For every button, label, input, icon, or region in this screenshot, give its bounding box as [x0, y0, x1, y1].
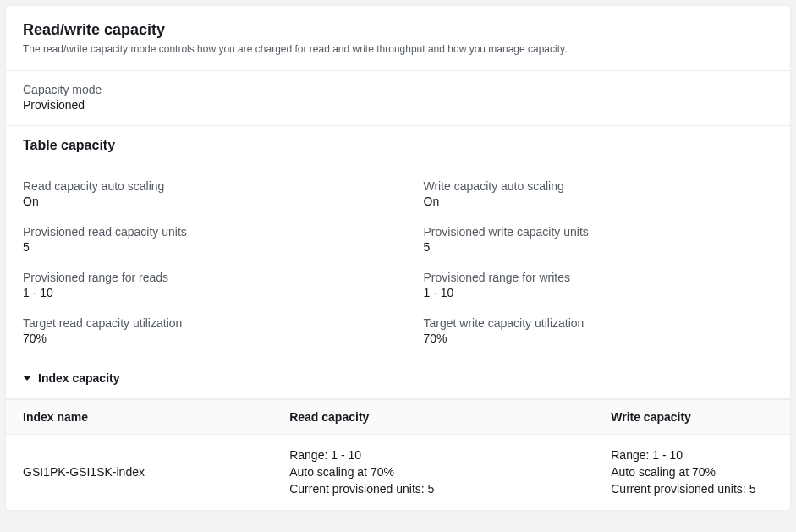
table-header-row: Index name Read capacity Write capacity	[6, 399, 790, 434]
write-range-field: Provisioned range for writes 1 - 10	[424, 271, 774, 299]
panel-title: Read/write capacity	[23, 21, 773, 39]
write-provisioned-units-value: 5	[424, 240, 774, 254]
write-range-value: 1 - 10	[424, 286, 774, 299]
read-provisioned-units-field: Provisioned read capacity units 5	[23, 225, 373, 254]
read-target-util-label: Target read capacity utilization	[23, 316, 373, 330]
cell-write-capacity: Range: 1 - 10 Auto scaling at 70% Curren…	[594, 434, 790, 509]
col-header-read-capacity: Read capacity	[272, 399, 594, 434]
read-target-util-value: 70%	[23, 332, 373, 345]
read-provisioned-units-value: 5	[23, 240, 373, 254]
write-provisioned-units-label: Provisioned write capacity units	[424, 225, 774, 239]
read-auto-scaling: Auto scaling at 70%	[289, 463, 577, 480]
write-auto-scaling-value: On	[424, 195, 774, 208]
capacity-mode-field: Capacity mode Provisioned	[23, 83, 773, 112]
table-capacity-header-section: Table capacity	[6, 126, 790, 167]
read-target-util-field: Target read capacity utilization 70%	[23, 316, 373, 345]
write-auto-scaling-label: Write capacity auto scaling	[424, 179, 774, 193]
read-provisioned-units-label: Provisioned read capacity units	[23, 225, 373, 239]
write-auto-scaling-field: Write capacity auto scaling On	[424, 179, 774, 208]
capacity-mode-label: Capacity mode	[23, 83, 773, 96]
write-target-util-value: 70%	[424, 332, 774, 345]
read-range-value: 1 - 10	[23, 286, 373, 299]
index-capacity-title: Index capacity	[38, 371, 120, 385]
capacity-mode-section: Capacity mode Provisioned	[6, 71, 790, 126]
write-range-label: Provisioned range for writes	[424, 271, 774, 284]
write-target-util-label: Target write capacity utilization	[424, 316, 774, 330]
write-auto-scaling: Auto scaling at 70%	[611, 463, 773, 480]
panel-description: The read/write capacity mode controls ho…	[23, 42, 773, 57]
read-auto-scaling-label: Read capacity auto scaling	[23, 179, 373, 193]
index-capacity-header-section: Index capacity	[6, 359, 790, 399]
read-current: Current provisioned units: 5	[289, 480, 577, 497]
write-range: Range: 1 - 10	[611, 447, 773, 463]
read-range-label: Provisioned range for reads	[23, 271, 373, 284]
write-provisioned-units-field: Provisioned write capacity units 5	[424, 225, 774, 254]
read-auto-scaling-value: On	[23, 195, 373, 208]
read-write-capacity-panel: Read/write capacity The read/write capac…	[5, 5, 791, 511]
read-range: Range: 1 - 10	[289, 447, 577, 463]
cell-index-name: GSI1PK-GSI1SK-index	[6, 434, 272, 509]
cell-read-capacity: Range: 1 - 10 Auto scaling at 70% Curren…	[272, 434, 594, 509]
read-range-field: Provisioned range for reads 1 - 10	[23, 271, 373, 299]
index-capacity-table: Index name Read capacity Write capacity …	[6, 399, 790, 510]
panel-header: Read/write capacity The read/write capac…	[6, 6, 790, 71]
capacity-mode-value: Provisioned	[23, 98, 773, 112]
table-row: GSI1PK-GSI1SK-index Range: 1 - 10 Auto s…	[6, 434, 790, 509]
col-header-write-capacity: Write capacity	[594, 399, 790, 434]
table-capacity-section: Read capacity auto scaling On Write capa…	[6, 167, 790, 359]
chevron-down-icon	[23, 376, 31, 381]
index-capacity-toggle[interactable]: Index capacity	[23, 371, 773, 385]
read-auto-scaling-field: Read capacity auto scaling On	[23, 179, 373, 208]
table-capacity-title: Table capacity	[23, 138, 773, 153]
write-current: Current provisioned units: 5	[611, 480, 773, 497]
write-target-util-field: Target write capacity utilization 70%	[424, 316, 774, 345]
col-header-index-name: Index name	[6, 399, 272, 434]
